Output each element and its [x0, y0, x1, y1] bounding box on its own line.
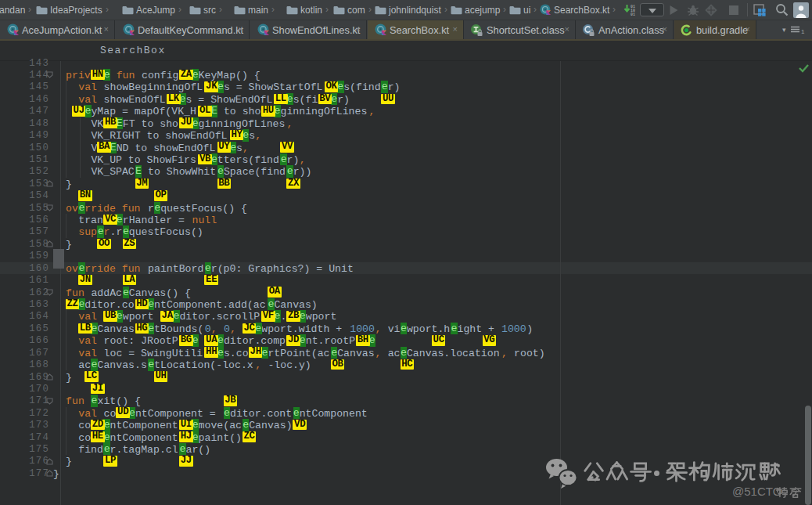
- svg-text:01: 01: [631, 13, 635, 16]
